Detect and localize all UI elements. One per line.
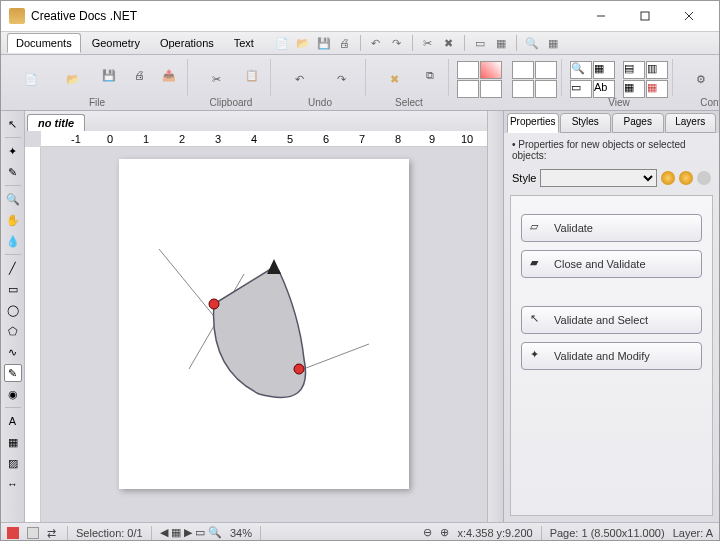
order-icon[interactable]: ▭ bbox=[471, 34, 489, 52]
status-selection: Selection: 0/1 bbox=[76, 527, 143, 539]
rect-tool[interactable]: ▭ bbox=[4, 280, 22, 298]
group-label-config: Config. bbox=[677, 97, 720, 108]
panel-note: • Properties for new objects or selected… bbox=[504, 133, 719, 167]
print-icon[interactable]: 🖨 bbox=[336, 34, 354, 52]
status-color-1[interactable] bbox=[7, 527, 19, 539]
style-apply-icon[interactable] bbox=[661, 171, 675, 185]
undo-icon[interactable]: ↶ bbox=[367, 34, 385, 52]
undo-button[interactable]: ↶ bbox=[279, 61, 319, 97]
validate-modify-icon: ✦ bbox=[530, 348, 546, 364]
copy-button[interactable]: 📋 bbox=[238, 61, 266, 89]
group-label-file: File bbox=[7, 97, 187, 108]
menu-bar: Documents Geometry Operations Text 📄 📂 💾… bbox=[1, 31, 719, 55]
zoom-in-icon[interactable]: ⊕ bbox=[440, 526, 449, 539]
close-button[interactable] bbox=[667, 2, 711, 30]
hand-tool[interactable]: ✋ bbox=[4, 211, 22, 229]
redo-button[interactable]: ↷ bbox=[321, 61, 361, 97]
properties-panel: Properties Styles Pages Layers • Propert… bbox=[503, 111, 719, 522]
svg-point-8 bbox=[209, 299, 219, 309]
svg-marker-7 bbox=[267, 259, 281, 274]
save-icon[interactable]: 💾 bbox=[315, 34, 333, 52]
document-tab[interactable]: no title bbox=[27, 114, 85, 131]
app-icon bbox=[9, 8, 25, 24]
ellipse-tool[interactable]: ◯ bbox=[4, 301, 22, 319]
style-add-icon[interactable] bbox=[679, 171, 693, 185]
tab-styles[interactable]: Styles bbox=[560, 113, 612, 133]
picker-tool[interactable]: 💧 bbox=[4, 232, 22, 250]
menu-tab-documents[interactable]: Documents bbox=[7, 33, 81, 53]
order-grid[interactable] bbox=[457, 61, 502, 94]
tab-pages[interactable]: Pages bbox=[612, 113, 664, 133]
zoom-out-icon[interactable]: ⊖ bbox=[423, 526, 432, 539]
status-page: Page: 1 (8.500x11.000) bbox=[550, 527, 665, 539]
image-tool[interactable]: ▨ bbox=[4, 454, 22, 472]
text-tool[interactable]: A bbox=[4, 412, 22, 430]
export-button[interactable]: 📤 bbox=[155, 61, 183, 89]
duplicate-button[interactable]: ⧉ bbox=[416, 61, 444, 89]
line-tool[interactable]: ╱ bbox=[4, 259, 22, 277]
ribbon: 📄 📂 💾 🖨 📤 File ✂ 📋 Clipboard ↶ ↷ Undo ✖ … bbox=[1, 55, 719, 111]
title-bar: Creative Docs .NET bbox=[1, 1, 719, 31]
maximize-button[interactable] bbox=[623, 2, 667, 30]
tab-layers[interactable]: Layers bbox=[665, 113, 717, 133]
redo-icon[interactable]: ↷ bbox=[388, 34, 406, 52]
cut-button[interactable]: ✂ bbox=[196, 61, 236, 97]
status-zoom: 34% bbox=[230, 527, 252, 539]
view-grid-1[interactable]: 🔍▦ ▭Ab bbox=[570, 61, 615, 94]
document-tabs: no title bbox=[25, 111, 487, 131]
grid-icon[interactable]: ▦ bbox=[544, 34, 562, 52]
status-swap-icon[interactable]: ⇄ bbox=[47, 527, 59, 539]
page-canvas[interactable] bbox=[119, 159, 409, 489]
align-grid[interactable] bbox=[512, 61, 557, 94]
status-zoom-controls[interactable]: ◀ ▦ ▶ ▭ 🔍 bbox=[160, 526, 222, 539]
status-coords: x:4.358 y:9.200 bbox=[457, 527, 532, 539]
new-doc-icon[interactable]: 📄 bbox=[273, 34, 291, 52]
print-button[interactable]: 🖨 bbox=[125, 61, 153, 89]
menu-tab-text[interactable]: Text bbox=[225, 33, 263, 53]
new-button[interactable]: 📄 bbox=[11, 61, 51, 97]
style-label: Style bbox=[512, 172, 536, 184]
minimize-button[interactable] bbox=[579, 2, 623, 30]
delete-button[interactable]: ✖ bbox=[374, 61, 414, 97]
freehand-tool[interactable]: ∿ bbox=[4, 343, 22, 361]
vertical-scrollbar[interactable] bbox=[487, 111, 503, 522]
curve-tool[interactable]: ✎ bbox=[4, 364, 22, 382]
style-select[interactable] bbox=[540, 169, 657, 187]
style-remove-icon[interactable] bbox=[697, 171, 711, 185]
group-label-undo: Undo bbox=[275, 97, 365, 108]
select-tool[interactable]: ↖ bbox=[4, 115, 22, 133]
table-tool[interactable]: ▦ bbox=[4, 433, 22, 451]
node-tool[interactable]: ✦ bbox=[4, 142, 22, 160]
canvas-area[interactable] bbox=[41, 147, 487, 522]
validate-button[interactable]: ▱ Validate bbox=[521, 214, 702, 242]
validate-select-button[interactable]: ↖ Validate and Select bbox=[521, 306, 702, 334]
status-layer: Layer: A bbox=[673, 527, 713, 539]
horizontal-ruler: -1 0 1 2 3 4 5 6 7 8 9 10 bbox=[41, 131, 487, 147]
validate-modify-button[interactable]: ✦ Validate and Modify bbox=[521, 342, 702, 370]
settings-button[interactable]: ⚙ bbox=[681, 61, 720, 97]
group-label-clipboard: Clipboard bbox=[192, 97, 270, 108]
delete-icon[interactable]: ✖ bbox=[440, 34, 458, 52]
layer-icon[interactable]: ▦ bbox=[492, 34, 510, 52]
group-label-view: View bbox=[566, 97, 672, 108]
zoom-icon[interactable]: 🔍 bbox=[523, 34, 541, 52]
close-validate-icon: ▰ bbox=[530, 256, 546, 272]
open-icon[interactable]: 📂 bbox=[294, 34, 312, 52]
status-color-2[interactable] bbox=[27, 527, 39, 539]
pen-tool[interactable]: ✎ bbox=[4, 163, 22, 181]
vertical-ruler bbox=[25, 147, 41, 522]
close-validate-button[interactable]: ▰ Close and Validate bbox=[521, 250, 702, 278]
save-button[interactable]: 💾 bbox=[95, 61, 123, 89]
validate-select-icon: ↖ bbox=[530, 312, 546, 328]
polygon-tool[interactable]: ⬠ bbox=[4, 322, 22, 340]
tab-properties[interactable]: Properties bbox=[507, 113, 559, 133]
open-button[interactable]: 📂 bbox=[53, 61, 93, 97]
drawn-shape[interactable] bbox=[149, 229, 379, 429]
zoom-tool[interactable]: 🔍 bbox=[4, 190, 22, 208]
menu-tab-geometry[interactable]: Geometry bbox=[83, 33, 149, 53]
view-grid-2[interactable]: ▤▥ ▦▦ bbox=[623, 61, 668, 94]
cut-icon[interactable]: ✂ bbox=[419, 34, 437, 52]
menu-tab-operations[interactable]: Operations bbox=[151, 33, 223, 53]
dimension-tool[interactable]: ↔ bbox=[4, 475, 22, 493]
spiral-tool[interactable]: ◉ bbox=[4, 385, 22, 403]
